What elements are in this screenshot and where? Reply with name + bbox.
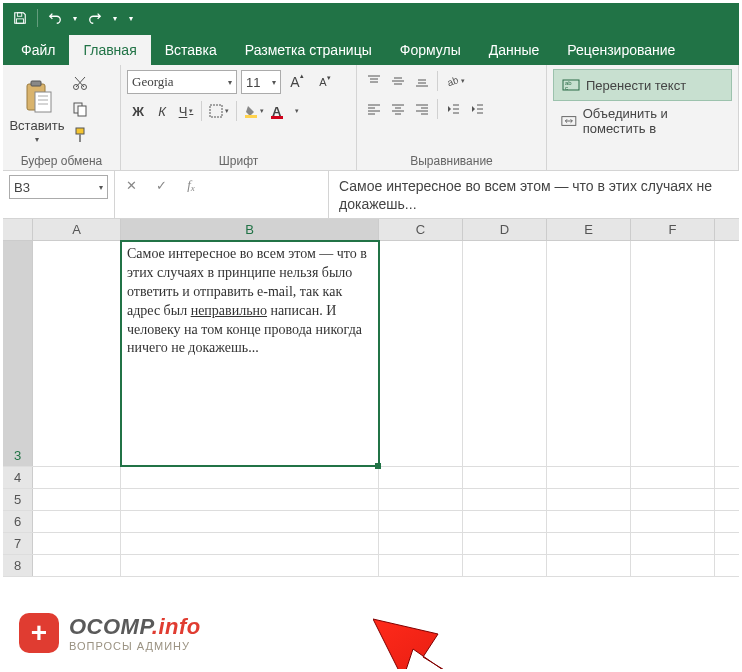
row-5: 5: [3, 489, 739, 511]
svg-rect-11: [78, 106, 86, 116]
alignment-group-label: Выравнивание: [363, 151, 540, 170]
cancel-formula-button[interactable]: ✕: [121, 175, 141, 195]
cell-E3[interactable]: [547, 241, 631, 466]
underline-button[interactable]: Ч▾: [175, 99, 197, 123]
col-header-C[interactable]: C: [379, 219, 463, 240]
row-3: 3 Самое интересное во всем этом — что в …: [3, 241, 739, 467]
row-header-6[interactable]: 6: [3, 511, 33, 532]
tab-review[interactable]: Рецензирование: [553, 35, 689, 65]
svg-text:ab: ab: [446, 74, 459, 88]
svg-rect-12: [76, 128, 84, 134]
border-button[interactable]: ▾: [206, 99, 232, 123]
formula-bar: B3▾ ✕ ✓ fx Самое интересное во всем этом…: [3, 171, 739, 219]
select-all-corner[interactable]: [3, 219, 33, 240]
orientation-button[interactable]: ab▾: [442, 69, 468, 93]
row-header-5[interactable]: 5: [3, 489, 33, 510]
accept-formula-button[interactable]: ✓: [151, 175, 171, 195]
italic-button[interactable]: К: [151, 99, 173, 123]
tab-insert[interactable]: Вставка: [151, 35, 231, 65]
shrink-font-button[interactable]: A▾: [313, 70, 337, 94]
font-group-label: Шрифт: [127, 151, 350, 170]
undo-icon[interactable]: [46, 9, 64, 27]
svg-rect-3: [31, 81, 41, 86]
row-8: 8: [3, 555, 739, 577]
row-header-4[interactable]: 4: [3, 467, 33, 488]
svg-text:c: c: [565, 85, 568, 91]
tab-formulas[interactable]: Формулы: [386, 35, 475, 65]
align-center-button[interactable]: [387, 97, 409, 121]
col-header-E[interactable]: E: [547, 219, 631, 240]
undo-dropdown-icon[interactable]: ▾: [70, 9, 80, 27]
watermark: + OCOMP.info ВОПРОСЫ АДМИНУ: [19, 613, 201, 653]
align-top-button[interactable]: [363, 69, 385, 93]
align-middle-button[interactable]: [387, 69, 409, 93]
svg-rect-4: [35, 92, 51, 112]
row-header-7[interactable]: 7: [3, 533, 33, 554]
window-titlebar: ▾ ▾ ▾: [3, 3, 739, 33]
svg-rect-14: [210, 105, 222, 117]
formula-content[interactable]: Самое интересное во всем этом — что в эт…: [329, 171, 739, 218]
cell-D3[interactable]: [463, 241, 547, 466]
tab-data[interactable]: Данные: [475, 35, 554, 65]
font-size-combo[interactable]: 11▾: [241, 70, 281, 94]
cell-B3[interactable]: Самое интересное во всем этом — что в эт…: [121, 241, 379, 466]
svg-rect-16: [271, 116, 283, 119]
row-4: 4: [3, 467, 739, 489]
row-7: 7: [3, 533, 739, 555]
tab-home[interactable]: Главная: [69, 35, 150, 65]
increase-indent-button[interactable]: [466, 97, 488, 121]
ribbon: Вставить ▾ Буфер обмена Georgia▾ 11▾ A: [3, 65, 739, 171]
wrap-text-button[interactable]: abc Перенести текст: [553, 69, 732, 101]
row-header-3[interactable]: 3: [3, 241, 33, 466]
name-box-wrap: B3▾: [3, 171, 115, 218]
svg-rect-13: [79, 134, 81, 142]
tab-file[interactable]: Файл: [7, 35, 69, 65]
cut-button[interactable]: [69, 73, 91, 93]
group-clipboard: Вставить ▾ Буфер обмена: [3, 65, 121, 170]
group-font: Georgia▾ 11▾ A▴ A▾ Ж К Ч▾ ▾ ▾ A▾: [121, 65, 357, 170]
cell-C3[interactable]: [379, 241, 463, 466]
align-bottom-button[interactable]: [411, 69, 433, 93]
col-header-F[interactable]: F: [631, 219, 715, 240]
col-header-A[interactable]: A: [33, 219, 121, 240]
qat-customize-icon[interactable]: ▾: [126, 9, 136, 27]
copy-button[interactable]: [69, 99, 91, 119]
save-icon[interactable]: [11, 9, 29, 27]
col-header-D[interactable]: D: [463, 219, 547, 240]
group-wrap-merge: abc Перенести текст Объединить и помести…: [547, 65, 739, 170]
redo-icon[interactable]: [86, 9, 104, 27]
name-box[interactable]: B3▾: [9, 175, 108, 199]
decrease-indent-button[interactable]: [442, 97, 464, 121]
fill-color-button[interactable]: ▾: [241, 99, 267, 123]
grow-font-button[interactable]: A▴: [285, 70, 309, 94]
group-alignment: ab▾ Выравнивание: [357, 65, 547, 170]
row-6: 6: [3, 511, 739, 533]
align-left-button[interactable]: [363, 97, 385, 121]
redo-dropdown-icon[interactable]: ▾: [110, 9, 120, 27]
bold-button[interactable]: Ж: [127, 99, 149, 123]
cell-A3[interactable]: [33, 241, 121, 466]
col-header-B[interactable]: B: [121, 219, 379, 240]
tab-layout[interactable]: Разметка страницы: [231, 35, 386, 65]
paste-label: Вставить: [9, 118, 64, 133]
format-painter-button[interactable]: [69, 125, 91, 145]
cell-F3[interactable]: [631, 241, 715, 466]
paste-button[interactable]: Вставить ▾: [9, 69, 65, 151]
svg-rect-15: [245, 115, 257, 118]
ribbon-tabs: Файл Главная Вставка Разметка страницы Ф…: [3, 33, 739, 65]
spreadsheet-grid: A B C D E F 3 Самое интересное во всем э…: [3, 219, 739, 669]
font-name-combo[interactable]: Georgia▾: [127, 70, 237, 94]
font-color-button[interactable]: A▾: [269, 99, 302, 123]
fx-button[interactable]: fx: [181, 175, 201, 195]
merge-center-button[interactable]: Объединить и поместить в: [553, 105, 732, 137]
clipboard-group-label: Буфер обмена: [9, 151, 114, 170]
align-right-button[interactable]: [411, 97, 433, 121]
watermark-badge-icon: +: [19, 613, 59, 653]
svg-rect-1: [17, 19, 24, 23]
row-header-8[interactable]: 8: [3, 555, 33, 576]
